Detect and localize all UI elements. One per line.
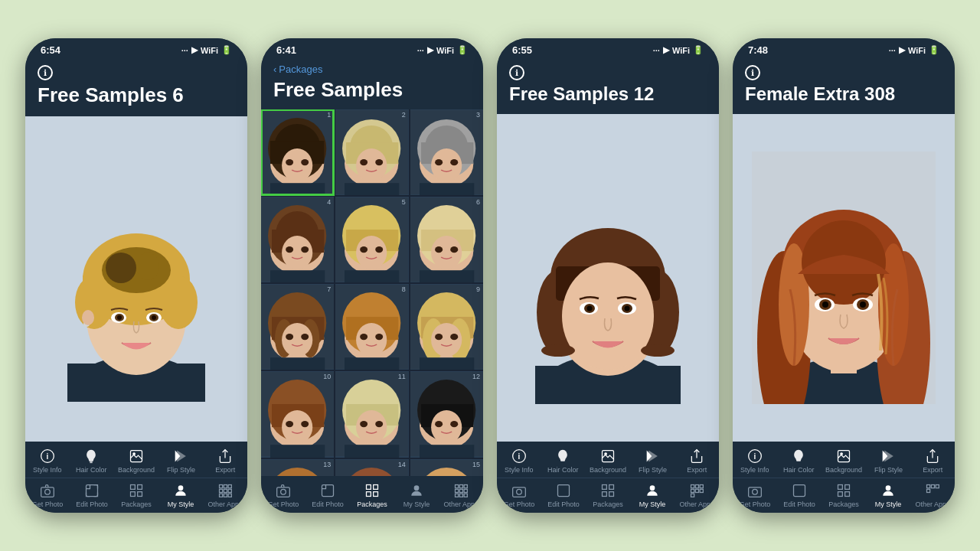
toolbar-background-3[interactable]: Background bbox=[590, 448, 626, 474]
toolbar-packages-3[interactable]: Packages bbox=[590, 482, 626, 508]
svg-point-60 bbox=[360, 159, 368, 165]
toolbar-get-photo-4[interactable]: Get Photo bbox=[737, 482, 773, 508]
svg-rect-181 bbox=[367, 492, 371, 497]
toolbar-other-apps-2[interactable]: Other Apps bbox=[443, 482, 479, 508]
svg-point-138 bbox=[360, 422, 368, 428]
svg-point-249 bbox=[860, 302, 866, 308]
my-style-icon-2 bbox=[408, 482, 425, 499]
hair-thumb-5 bbox=[335, 197, 408, 282]
phone-3: 6:55 ··· ▶ WiFi 🔋 ℹ Free Samples 12 bbox=[497, 38, 719, 513]
phone-2: 6:41 ··· ▶ WiFi 🔋 ‹ Packages Free Sample… bbox=[261, 38, 483, 513]
svg-point-137 bbox=[356, 411, 387, 445]
hair-grid: 1 bbox=[261, 109, 483, 476]
hair-cell-7[interactable]: 7 bbox=[261, 284, 334, 370]
toolbar-export-3[interactable]: Export bbox=[679, 448, 714, 474]
svg-point-78 bbox=[286, 246, 293, 253]
hair-cell-5[interactable]: 5 bbox=[335, 197, 408, 282]
toolbar-other-apps-4[interactable]: Other Apps bbox=[915, 482, 950, 508]
toolbar-export-1[interactable]: Export bbox=[207, 448, 243, 474]
hair-cell-8[interactable]: 8 bbox=[335, 284, 408, 370]
hair-cell-11[interactable]: 11 bbox=[335, 371, 408, 457]
svg-rect-132 bbox=[270, 445, 325, 458]
toolbar-hair-color-3[interactable]: Hair Color bbox=[545, 448, 580, 474]
toolbar-background-1[interactable]: Background bbox=[118, 448, 155, 474]
svg-rect-191 bbox=[459, 494, 462, 497]
toolbar-other-apps-3[interactable]: Other Apps bbox=[679, 482, 714, 508]
toolbar-get-photo-3[interactable]: Get Photo bbox=[501, 482, 537, 508]
toolbar-flip-style-1[interactable]: Flip Style bbox=[164, 448, 199, 474]
toolbar-packages-1[interactable]: Packages bbox=[119, 482, 154, 508]
other-apps-label-2: Other Apps bbox=[443, 500, 478, 508]
svg-point-131 bbox=[301, 422, 309, 428]
svg-point-93 bbox=[431, 236, 462, 269]
toolbar-flip-style-4[interactable]: Flip Style bbox=[871, 448, 906, 474]
toolbar-my-style-2[interactable]: My Style bbox=[399, 482, 434, 508]
hair-cell-14[interactable]: 14 bbox=[335, 459, 408, 476]
toolbar-edit-photo-4[interactable]: Edit Photo bbox=[782, 482, 817, 508]
svg-point-208 bbox=[625, 306, 630, 311]
toolbar-top-row-1: i Style Info Hair Color Background bbox=[25, 446, 247, 475]
toolbar-style-info-1[interactable]: i Style Info bbox=[30, 448, 65, 474]
toolbar-edit-photo-3[interactable]: Edit Photo bbox=[546, 482, 581, 508]
phones-container: 6:54 ··· ▶ WiFi 🔋 ℹ Free Samples 6 bbox=[10, 23, 970, 528]
svg-point-105 bbox=[301, 334, 309, 340]
hair-cell-10[interactable]: 10 bbox=[261, 371, 334, 457]
toolbar-packages-2[interactable]: Packages bbox=[354, 482, 390, 508]
toolbar-background-4[interactable]: Background bbox=[825, 448, 862, 474]
svg-rect-43 bbox=[224, 494, 227, 497]
toolbar-edit-photo-1[interactable]: Edit Photo bbox=[74, 482, 109, 508]
hair-cell-6[interactable]: 6 bbox=[410, 197, 483, 282]
toolbar-my-style-1[interactable]: My Style bbox=[163, 482, 198, 508]
flip-style-label-1: Flip Style bbox=[167, 466, 195, 474]
hair-cell-13[interactable]: 13 bbox=[261, 459, 334, 476]
toolbar-get-photo-2[interactable]: Get Photo bbox=[266, 482, 301, 508]
phone4-face bbox=[733, 114, 955, 442]
toolbar-style-info-3[interactable]: i Style Info bbox=[501, 448, 537, 474]
hair-cell-15[interactable]: 15 bbox=[410, 459, 483, 476]
toolbar-export-4[interactable]: Export bbox=[915, 448, 950, 474]
hair-color-icon-1 bbox=[83, 448, 100, 465]
toolbar-other-apps-1[interactable]: Other Apps bbox=[207, 482, 243, 508]
other-apps-icon-4 bbox=[924, 482, 941, 499]
svg-rect-182 bbox=[374, 492, 378, 497]
hair-cell-1[interactable]: 1 bbox=[261, 109, 334, 195]
toolbar-hair-color-1[interactable]: Hair Color bbox=[74, 448, 109, 474]
hair-cell-9[interactable]: 9 bbox=[410, 284, 483, 370]
phone4-screen bbox=[733, 114, 955, 442]
toolbar-style-info-4[interactable]: i Style Info bbox=[737, 448, 773, 474]
svg-rect-232 bbox=[691, 494, 694, 497]
info-icon-4[interactable]: ℹ bbox=[745, 65, 760, 80]
toolbar-my-style-4[interactable]: My Style bbox=[871, 482, 906, 508]
hair-color-label-3: Hair Color bbox=[547, 466, 579, 474]
toolbar-flip-style-3[interactable]: Flip Style bbox=[635, 448, 671, 474]
svg-point-17 bbox=[152, 315, 156, 320]
style-info-label-4: Style Info bbox=[740, 466, 769, 474]
toolbar-packages-4[interactable]: Packages bbox=[826, 482, 861, 508]
hair-cell-12[interactable]: 12 bbox=[410, 371, 483, 457]
toolbar-my-style-3[interactable]: My Style bbox=[635, 482, 670, 508]
info-icon-3[interactable]: ℹ bbox=[509, 65, 524, 80]
toolbar-get-photo-1[interactable]: Get Photo bbox=[30, 482, 65, 508]
woman-svg-3 bbox=[516, 152, 700, 404]
back-button-2[interactable]: ‹ Packages bbox=[273, 64, 471, 75]
svg-rect-184 bbox=[456, 485, 459, 488]
toolbar-hair-color-4[interactable]: Hair Color bbox=[781, 448, 816, 474]
hair-thumb-12 bbox=[410, 371, 483, 457]
svg-rect-190 bbox=[456, 494, 459, 497]
phone-4: 7:48 ··· ▶ WiFi 🔋 ℹ Female Extra 308 bbox=[733, 38, 955, 513]
svg-rect-268 bbox=[927, 489, 930, 492]
svg-rect-30 bbox=[87, 485, 98, 497]
hair-cell-3[interactable]: 3 bbox=[410, 109, 483, 195]
toolbar-edit-photo-2[interactable]: Edit Photo bbox=[310, 482, 345, 508]
svg-rect-192 bbox=[464, 494, 467, 497]
style-info-label-3: Style Info bbox=[505, 466, 534, 474]
hair-cell-4[interactable]: 4 bbox=[261, 197, 334, 282]
toolbar-1: i Style Info Hair Color Background bbox=[25, 442, 247, 513]
hair-cell-2[interactable]: 2 bbox=[335, 109, 408, 195]
svg-rect-230 bbox=[695, 489, 698, 492]
info-icon-1[interactable]: ℹ bbox=[38, 65, 53, 80]
svg-rect-265 bbox=[927, 485, 930, 488]
hair-grid-scroll[interactable]: 1 bbox=[261, 109, 483, 476]
phone1-title: Free Samples 6 bbox=[38, 83, 235, 107]
phone1-header: ℹ Free Samples 6 bbox=[25, 59, 247, 116]
